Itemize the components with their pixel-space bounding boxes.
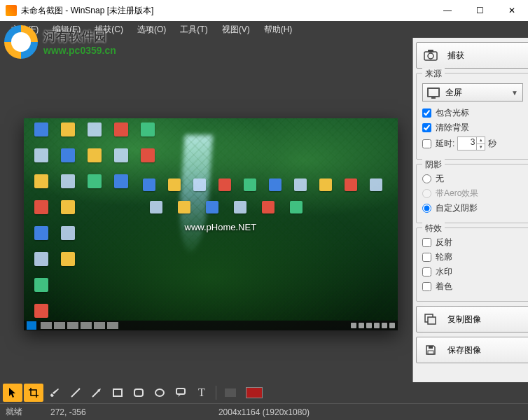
status-ready: 就绪 (6, 406, 22, 418)
tool-text[interactable]: T (192, 384, 211, 402)
desktop-icons-row-2 (150, 201, 303, 214)
menu-view[interactable]: 视图(V) (215, 21, 257, 38)
svg-rect-12 (176, 388, 185, 394)
save-icon (424, 344, 438, 356)
app-icon (6, 5, 17, 16)
shadow-custom-radio[interactable]: 自定义阴影 (422, 202, 523, 214)
shadow-title: 阴影 (422, 159, 445, 171)
toolbar-separator (216, 386, 216, 400)
tool-pointer[interactable] (3, 384, 22, 402)
svg-rect-2 (428, 50, 433, 52)
taskbar (24, 321, 398, 330)
chevron-down-icon: ▼ (511, 89, 518, 97)
monitor-icon (427, 88, 440, 97)
menu-capture[interactable]: 捕获(C) (88, 21, 130, 38)
delay-checkbox[interactable] (422, 139, 431, 148)
shadow-aero-radio: 带Aero效果 (422, 188, 523, 200)
fx-outline-checkbox[interactable]: 轮廓 (422, 251, 523, 263)
camera-icon (424, 50, 438, 61)
effects-group: 特效 反射 轮廓 水印 着色 (416, 227, 528, 302)
svg-rect-13 (225, 388, 236, 397)
delay-spinner[interactable]: 3 ▲▼ (457, 136, 485, 150)
tool-rect[interactable] (108, 384, 127, 402)
delay-row: 延时: 3 ▲▼ 秒 (422, 136, 523, 150)
save-label: 保存图像 (447, 344, 481, 356)
svg-rect-5 (429, 346, 433, 349)
phome-watermark: www.pHome.NET (185, 222, 257, 232)
spin-up-icon[interactable]: ▲ (477, 137, 485, 144)
menu-file[interactable]: 文件(F) (4, 21, 46, 38)
clear-bg-checkbox[interactable]: 清除背景 (422, 122, 523, 134)
side-panel: 捕获 来源 全屏 ▼ 包含光标 清除背景 延时: 3 ▲▼ 秒 阴影 (412, 38, 528, 382)
status-coord: 272, -356 (50, 407, 86, 417)
tool-crop[interactable] (24, 384, 43, 402)
capture-button[interactable]: 捕获 (416, 42, 528, 69)
color-swatch[interactable] (246, 387, 263, 398)
fx-reflect-checkbox[interactable]: 反射 (422, 237, 523, 248)
menu-help[interactable]: 帮助(H) (257, 21, 300, 38)
include-cursor-checkbox[interactable]: 包含光标 (422, 107, 523, 119)
svg-point-11 (155, 389, 164, 396)
copy-image-button[interactable]: 复制图像 (416, 306, 528, 332)
tool-callout[interactable] (171, 384, 190, 402)
tool-arrow[interactable] (87, 384, 106, 402)
svg-rect-4 (428, 317, 436, 324)
statusbar: 就绪 272, -356 2004x1164 (1920x1080) (0, 403, 528, 420)
menubar: 文件(F) 编辑(E) 捕获(C) 选项(O) 工具(T) 视图(V) 帮助(H… (0, 21, 528, 38)
window-title: 未命名截图 - WinSnap [未注册版本] (21, 5, 431, 17)
desktop-icons-row (143, 178, 382, 191)
svg-rect-9 (113, 389, 122, 396)
tool-line[interactable] (66, 384, 85, 402)
menu-edit[interactable]: 编辑(E) (46, 21, 88, 38)
source-title: 来源 (422, 68, 445, 80)
spin-down-icon[interactable]: ▼ (477, 144, 485, 150)
maximize-button[interactable]: ☐ (464, 0, 496, 21)
toolbar: T (0, 382, 528, 403)
svg-point-1 (428, 53, 433, 59)
status-dimensions: 2004x1164 (1920x1080) (218, 407, 310, 417)
minimize-button[interactable]: — (431, 0, 464, 21)
shadow-group: 阴影 无 带Aero效果 自定义阴影 (416, 164, 528, 223)
source-group: 来源 全屏 ▼ 包含光标 清除背景 延时: 3 ▲▼ 秒 (416, 73, 528, 160)
screenshot-preview[interactable]: www.pHome.NET (24, 118, 398, 330)
tool-roundrect[interactable] (129, 384, 148, 402)
tool-highlight[interactable] (221, 384, 240, 402)
svg-line-7 (71, 388, 80, 397)
start-icon (27, 321, 36, 330)
source-dropdown[interactable]: 全屏 ▼ (422, 83, 523, 102)
close-button[interactable]: ✕ (496, 0, 528, 21)
titlebar: 未命名截图 - WinSnap [未注册版本] — ☐ ✕ (0, 0, 528, 21)
shadow-none-radio[interactable]: 无 (422, 173, 523, 185)
canvas-area[interactable]: www.pHome.NET (0, 38, 412, 382)
fx-watermark-checkbox[interactable]: 水印 (422, 266, 523, 278)
tool-ellipse[interactable] (150, 384, 169, 402)
fx-color-checkbox[interactable]: 着色 (422, 281, 523, 293)
svg-rect-10 (134, 389, 143, 396)
effects-title: 特效 (422, 223, 445, 234)
menu-tools[interactable]: 工具(T) (173, 21, 214, 38)
desktop-icons (28, 122, 161, 327)
tool-brush[interactable] (45, 384, 64, 402)
menu-options[interactable]: 选项(O) (130, 21, 173, 38)
copy-label: 复制图像 (447, 314, 481, 326)
source-value: 全屏 (445, 87, 462, 99)
copy-icon (424, 314, 438, 325)
save-image-button[interactable]: 保存图像 (416, 337, 528, 363)
capture-label: 捕获 (447, 50, 464, 62)
